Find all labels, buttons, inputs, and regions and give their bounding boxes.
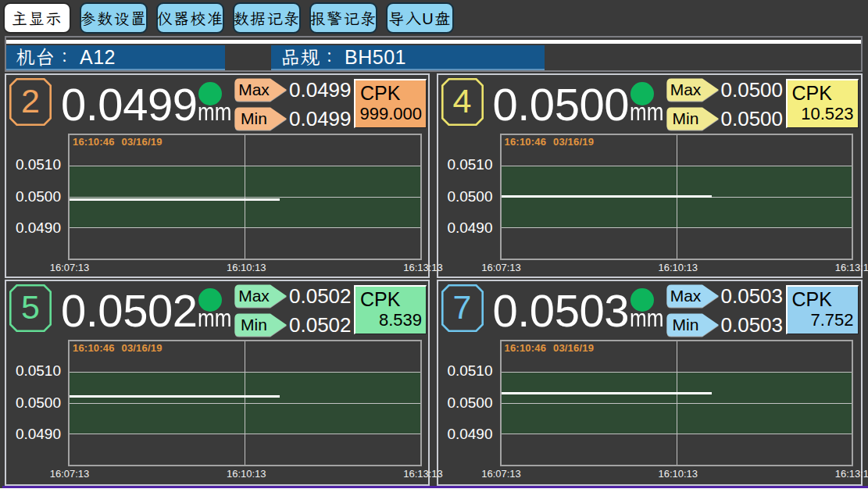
- machine-value: A12: [80, 45, 116, 69]
- cpk-box: CPK 7.752: [786, 285, 859, 334]
- y-axis-tick-high: 0.0510: [6, 363, 61, 379]
- y-axis-tick-mid: 0.0500: [6, 189, 61, 205]
- x-axis-tick-mid: 16:10:13: [215, 262, 277, 273]
- measurement-number: 0.0499: [61, 79, 197, 130]
- trend-line: [70, 395, 280, 398]
- gridline-vertical: [677, 341, 677, 465]
- machine-field: 机台： A12: [6, 45, 225, 70]
- y-axis-tick-low: 0.0490: [438, 220, 493, 236]
- tab-bar: 主显示 参数设置 仪器校准 数据记录 报警记录 导入U盘: [3, 2, 454, 34]
- x-axis-tick-end: 16:13:13: [823, 468, 868, 480]
- product-value: BH501: [345, 45, 406, 69]
- max-label: Max: [666, 284, 705, 308]
- min-label: Min: [234, 107, 273, 130]
- tab-instrument-calibration[interactable]: 仪器校准: [156, 2, 224, 34]
- x-axis-tick-start: 16:07:13: [470, 468, 533, 480]
- y-axis-tick-mid: 0.0500: [438, 189, 493, 205]
- product-field: 品规： BH501: [271, 45, 545, 70]
- max-tag: Max: [666, 78, 720, 102]
- trend-chart: 16:10:46 03/16/19: [68, 134, 422, 260]
- max-value: 0.0500: [721, 78, 791, 102]
- trend-line: [70, 198, 280, 201]
- y-axis-tick-high: 0.0510: [438, 363, 493, 379]
- chart-timestamp: 16:10:46 03/16/19: [73, 136, 163, 148]
- max-tag: Max: [234, 78, 288, 102]
- machine-label: 机台：: [6, 45, 74, 69]
- measurement-number: 0.0502: [61, 285, 197, 336]
- status-ok-indicator: [630, 82, 654, 105]
- cpk-label: CPK: [360, 287, 400, 311]
- chart-timestamp: 16:10:46 03/16/19: [505, 136, 595, 148]
- x-axis-tick-mid: 16:10:13: [215, 468, 277, 480]
- channel-number-badge: 4: [441, 78, 484, 126]
- y-axis-tick-high: 0.0510: [438, 157, 493, 173]
- bottom-accent-line: [2, 486, 868, 488]
- product-label: 品规：: [271, 45, 339, 69]
- measurement-number: 0.0503: [493, 285, 629, 336]
- cpk-value: 8.539: [379, 310, 422, 330]
- gridline-vertical: [245, 135, 245, 259]
- channel-panel: 5 0.0502mm Max 0.0502 Min 0.0502 CPK 8.5…: [5, 280, 430, 486]
- min-value: 0.0503: [721, 313, 791, 337]
- max-label: Max: [666, 78, 705, 102]
- tab-main-display[interactable]: 主显示: [3, 2, 71, 34]
- cpk-value: 7.752: [810, 310, 853, 330]
- tab-alarm-record[interactable]: 报警记录: [309, 2, 377, 34]
- tab-data-record[interactable]: 数据记录: [233, 2, 301, 34]
- min-label: Min: [234, 313, 273, 337]
- x-axis-tick-end: 16:13:13: [823, 262, 868, 273]
- trend-chart: 16:10:46 03/16/19: [68, 340, 422, 466]
- max-tag: Max: [666, 284, 720, 308]
- status-ok-indicator: [630, 288, 654, 312]
- max-tag: Max: [234, 284, 288, 308]
- x-axis-tick-start: 16:07:13: [38, 468, 101, 480]
- min-value: 0.0499: [289, 107, 359, 130]
- min-tag: Min: [234, 313, 288, 337]
- min-value: 0.0502: [289, 313, 359, 337]
- channel-panel: 4 0.0500mm Max 0.0500 Min 0.0500 CPK 10.…: [437, 73, 863, 278]
- x-axis-tick-mid: 16:10:13: [647, 468, 709, 480]
- trend-chart: 16:10:46 03/16/19: [500, 134, 854, 260]
- min-label: Min: [666, 107, 705, 130]
- cpk-label: CPK: [792, 81, 832, 105]
- cpk-box: CPK 8.539: [354, 285, 427, 334]
- measurement-number: 0.0500: [493, 79, 629, 130]
- y-axis-tick-high: 0.0510: [6, 157, 61, 173]
- y-axis-tick-low: 0.0490: [6, 220, 61, 236]
- channel-number: 2: [9, 78, 52, 126]
- tab-parameter-settings[interactable]: 参数设置: [80, 2, 148, 34]
- cpk-value: 999.000: [359, 104, 422, 124]
- min-tag: Min: [666, 107, 720, 130]
- bottom-strip: [0, 488, 868, 496]
- channel-number-badge: 2: [9, 78, 52, 126]
- separator-band: [6, 40, 861, 44]
- y-axis-tick-mid: 0.0500: [438, 395, 493, 411]
- status-ok-indicator: [198, 82, 222, 105]
- x-axis-tick-end: 16:13:13: [392, 262, 455, 273]
- tab-import-usb[interactable]: 导入U盘: [386, 2, 454, 34]
- info-frame: 机台： A12 品规： BH501: [5, 36, 863, 72]
- y-axis-tick-low: 0.0490: [6, 426, 61, 442]
- min-tag: Min: [234, 107, 288, 130]
- gridline-vertical: [245, 341, 245, 465]
- cpk-box: CPK 10.523: [786, 79, 859, 128]
- channel-number: 4: [441, 78, 484, 126]
- channel-panel: 2 0.0499mm Max 0.0499 Min 0.0499 CPK 999…: [5, 73, 430, 278]
- cpk-box: CPK 999.000: [354, 79, 427, 128]
- min-tag: Min: [666, 313, 720, 337]
- max-label: Max: [234, 284, 273, 308]
- x-axis-tick-start: 16:07:13: [470, 262, 533, 273]
- chart-timestamp: 16:10:46 03/16/19: [505, 342, 595, 354]
- channel-number-badge: 5: [9, 284, 52, 332]
- cpk-label: CPK: [792, 287, 832, 311]
- chart-timestamp: 16:10:46 03/16/19: [73, 342, 163, 354]
- channel-panel: 7 0.0503mm Max 0.0503 Min 0.0503 CPK 7.7…: [437, 280, 863, 486]
- channel-number: 7: [441, 284, 484, 332]
- x-axis-tick-start: 16:07:13: [38, 262, 101, 273]
- channel-number-badge: 7: [441, 284, 484, 332]
- x-axis-tick-mid: 16:10:13: [647, 262, 709, 273]
- max-label: Max: [234, 78, 273, 102]
- max-value: 0.0499: [289, 78, 359, 102]
- y-axis-tick-mid: 0.0500: [6, 395, 61, 411]
- trend-line: [502, 392, 712, 394]
